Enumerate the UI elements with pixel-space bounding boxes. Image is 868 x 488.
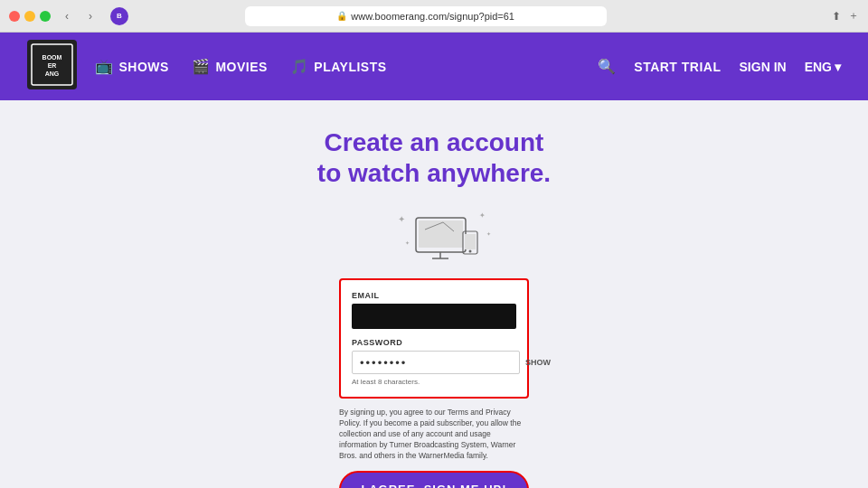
show-password-button[interactable]: SHOW [525, 358, 551, 367]
main-content: Create an account to watch anywhere. ✦ ✦… [0, 100, 868, 488]
browser-nav: ‹ › [58, 7, 99, 25]
nav-movies[interactable]: 🎬 MOVIES [192, 58, 268, 75]
signup-button[interactable]: I AGREE, SIGN ME UP! [339, 471, 529, 488]
sign-in-button[interactable]: SIGN IN [740, 60, 787, 74]
svg-text:BOOM: BOOM [42, 54, 62, 61]
browser-chrome: ‹ › B 🔒 www.boomerang.com/signup?pid=61 … [0, 0, 868, 33]
page-title: Create an account to watch anywhere. [317, 127, 551, 188]
close-button[interactable] [9, 11, 20, 22]
traffic-lights [9, 11, 51, 22]
svg-rect-10 [419, 221, 463, 248]
logo[interactable]: BOOM ER ANG [27, 40, 77, 93]
add-tab-icon[interactable]: ＋ [848, 8, 859, 23]
playlists-icon: 🎵 [290, 58, 309, 75]
password-hint: At least 8 characters. [352, 378, 516, 386]
email-input-filled[interactable] [352, 304, 516, 329]
maximize-button[interactable] [40, 11, 51, 22]
url-bar[interactable]: 🔒 www.boomerang.com/signup?pid=61 [245, 6, 607, 26]
password-row: SHOW [352, 351, 516, 374]
nav-right: 🔍 START TRIAL SIGN IN ENG ▾ [598, 58, 841, 75]
shows-icon: 📺 [95, 58, 114, 75]
svg-text:ER: ER [48, 62, 57, 69]
svg-text:ANG: ANG [45, 70, 60, 77]
legal-text: By signing up, you agree to our Terms an… [339, 408, 529, 461]
movies-icon: 🎬 [192, 58, 211, 75]
boomerang-favicon: B [110, 7, 128, 25]
password-input[interactable] [352, 351, 520, 374]
browser-actions: ⬆ ＋ [832, 8, 859, 23]
minimize-button[interactable] [24, 11, 35, 22]
svg-rect-16 [465, 234, 476, 249]
start-trial-button[interactable]: START TRIAL [634, 60, 721, 74]
navbar: BOOM ER ANG 📺 SHOWS 🎬 MOVIES 🎵 PLAYLISTS… [0, 33, 868, 100]
language-selector[interactable]: ENG ▾ [805, 60, 841, 74]
lock-icon: 🔒 [336, 11, 347, 21]
forward-button[interactable]: › [81, 7, 99, 25]
svg-text:✦: ✦ [479, 211, 486, 220]
signup-form: EMAIL PASSWORD SHOW At least 8 character… [339, 278, 529, 399]
nav-shows[interactable]: 📺 SHOWS [95, 58, 169, 75]
search-icon[interactable]: 🔍 [598, 58, 616, 75]
nav-links: 📺 SHOWS 🎬 MOVIES 🎵 PLAYLISTS [95, 58, 580, 75]
svg-text:✦: ✦ [486, 231, 491, 237]
svg-text:✦: ✦ [405, 240, 410, 246]
svg-point-17 [469, 250, 472, 253]
back-button[interactable]: ‹ [58, 7, 76, 25]
password-label: PASSWORD [352, 338, 516, 347]
device-illustration: ✦ ✦ ✦ ✦ [389, 204, 479, 267]
svg-text:✦: ✦ [398, 214, 405, 224]
share-icon[interactable]: ⬆ [832, 10, 841, 23]
url-text: www.boomerang.com/signup?pid=61 [351, 11, 514, 22]
nav-playlists[interactable]: 🎵 PLAYLISTS [290, 58, 387, 75]
email-label: EMAIL [352, 291, 516, 300]
